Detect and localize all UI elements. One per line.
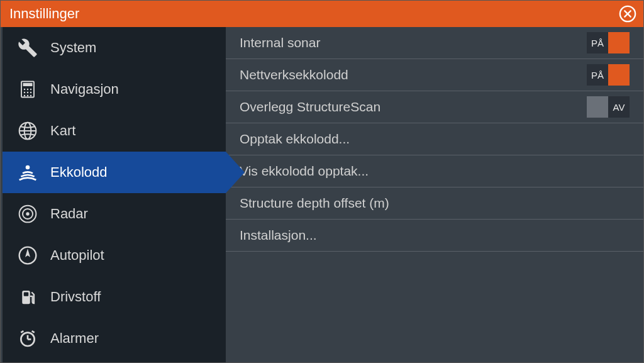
setting-label: Overlegg StructureScan: [240, 99, 380, 114]
svg-point-11: [30, 95, 32, 97]
window-title: Innstillinger: [9, 6, 79, 22]
toggle-network-sonar[interactable]: PÅ: [587, 64, 630, 86]
svg-point-7: [27, 92, 29, 94]
svg-point-18: [26, 212, 29, 215]
sidebar-item-label: Kart: [50, 123, 75, 139]
setting-internal-sonar[interactable]: Internal sonar PÅ: [226, 27, 643, 59]
svg-point-4: [27, 89, 29, 91]
sidebar-item-label: Ekkolodd: [50, 164, 108, 181]
setting-label: Opptak ekkolodd...: [240, 131, 350, 147]
svg-point-5: [30, 89, 32, 91]
svg-point-9: [24, 95, 26, 97]
main-panel: Internal sonar PÅ Nettverksekkolodd PÅ O…: [226, 27, 643, 362]
fuel-icon: [16, 286, 39, 308]
compass-icon: [16, 244, 39, 267]
setting-view-sonar-log[interactable]: Vis ekkolodd opptak...: [226, 155, 643, 187]
setting-label: Vis ekkolodd opptak...: [240, 164, 369, 179]
setting-overlay-structurescan[interactable]: Overlegg StructureScan AV: [226, 91, 643, 123]
svg-point-8: [30, 92, 32, 94]
svg-line-25: [21, 331, 23, 333]
sidebar-item-chart[interactable]: Kart: [3, 110, 226, 152]
close-button[interactable]: [618, 4, 637, 23]
sidebar-item-label: Alarmer: [50, 330, 99, 347]
sidebar-item-navigation[interactable]: Navigasjon: [3, 69, 226, 110]
sidebar-item-autopilot[interactable]: Autopilot: [3, 235, 226, 276]
title-bar: Innstillinger: [1, 1, 643, 27]
toggle-thumb: [608, 32, 630, 53]
sonar-icon: [16, 161, 39, 184]
svg-point-6: [24, 92, 26, 94]
toggle-internal-sonar[interactable]: PÅ: [587, 32, 630, 53]
alarm-icon: [16, 327, 39, 350]
svg-point-10: [27, 95, 29, 97]
sidebar-item-alarms[interactable]: Alarmer: [3, 318, 226, 359]
sidebar-item-label: Navigasjon: [50, 81, 119, 98]
toggle-on-label: PÅ: [587, 64, 608, 86]
svg-rect-21: [24, 293, 29, 296]
setting-label: Nettverksekkolodd: [240, 67, 348, 82]
setting-label: Internal sonar: [240, 35, 320, 50]
svg-point-15: [26, 165, 30, 170]
setting-record-sonar[interactable]: Opptak ekkolodd...: [226, 123, 643, 155]
toggle-thumb: [587, 96, 608, 118]
sidebar: System Navigasjon Kart Ekkolodd: [1, 27, 226, 362]
setting-label: Installasjon...: [240, 228, 317, 243]
sidebar-item-label: Radar: [50, 206, 88, 222]
sidebar-item-system[interactable]: System: [3, 27, 226, 69]
sidebar-item-sonar[interactable]: Ekkolodd: [3, 152, 226, 193]
radar-icon: [16, 203, 39, 225]
svg-rect-2: [23, 83, 33, 86]
setting-structure-depth-offset[interactable]: Structure depth offset (m): [226, 187, 643, 220]
sidebar-item-label: Drivstoff: [50, 289, 101, 305]
toggle-overlay-structurescan[interactable]: AV: [587, 96, 630, 118]
sidebar-item-radar[interactable]: Radar: [3, 193, 226, 235]
toggle-on-label: PÅ: [587, 32, 608, 53]
close-icon: [619, 5, 636, 23]
svg-point-3: [24, 89, 26, 91]
toggle-off-label: AV: [608, 96, 630, 118]
calculator-icon: [16, 78, 39, 101]
sidebar-item-label: System: [50, 40, 96, 56]
setting-label: Structure depth offset (m): [240, 196, 389, 211]
settings-window: Innstillinger System Navigasjon: [0, 0, 644, 363]
sidebar-item-label: Autopilot: [50, 247, 104, 264]
setting-installation[interactable]: Installasjon...: [226, 220, 643, 252]
wrench-icon: [16, 36, 39, 59]
sidebar-item-fuel[interactable]: Drivstoff: [3, 276, 226, 318]
content-area: System Navigasjon Kart Ekkolodd: [1, 27, 643, 362]
toggle-thumb: [608, 64, 630, 86]
svg-line-26: [32, 331, 35, 333]
setting-network-sonar[interactable]: Nettverksekkolodd PÅ: [226, 59, 643, 91]
globe-icon: [16, 120, 39, 142]
